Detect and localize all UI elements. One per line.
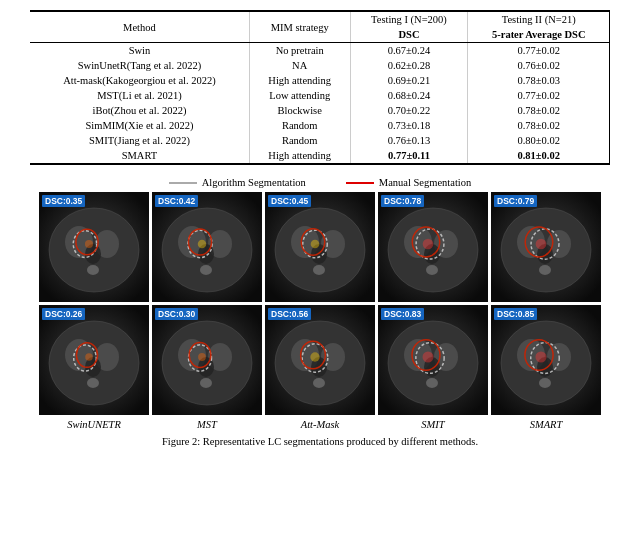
dsc-badge: DSC:0.30 <box>155 308 198 320</box>
table-row: SwinUnetR(Tang et al. 2022) <box>30 58 249 73</box>
svg-point-86 <box>539 378 551 388</box>
table-row: 0.76±0.13 <box>350 133 468 148</box>
table-row: 0.69±0.21 <box>350 73 468 88</box>
table-row: 0.77±0.02 <box>468 88 610 103</box>
table-row: 0.78±0.03 <box>468 73 610 88</box>
figure-caption: Figure 2: Representative LC segmentation… <box>20 436 620 447</box>
table-row: Random <box>249 133 350 148</box>
table-row: Att-mask(Kakogeorgiou et al. 2022) <box>30 73 249 88</box>
svg-point-26 <box>311 240 320 249</box>
ct-image-top-0: DSC:0.35 <box>39 192 149 302</box>
table-row: High attending <box>249 73 350 88</box>
dsc-badge: DSC:0.79 <box>494 195 537 207</box>
svg-point-23 <box>313 265 325 275</box>
dsc-badge: DSC:0.56 <box>268 308 311 320</box>
svg-point-32 <box>426 265 438 275</box>
ct-image-top-2: DSC:0.45 <box>265 192 375 302</box>
table-row: 0.76±0.02 <box>468 58 610 73</box>
col-method: Method <box>30 11 249 43</box>
ct-image-bottom-4: DSC:0.85 <box>491 305 601 415</box>
dsc-badge: DSC:0.85 <box>494 308 537 320</box>
dsc-badge: DSC:0.83 <box>381 308 424 320</box>
manual-legend-label: Manual Segmentation <box>379 177 471 188</box>
svg-point-71 <box>310 352 319 361</box>
col-dsc1: DSC <box>350 27 468 43</box>
table-row: No pretrain <box>249 43 350 59</box>
table-row: SimMIM(Xie et al. 2022) <box>30 118 249 133</box>
table-row: SMIT(Jiang et al. 2022) <box>30 133 249 148</box>
top-image-row: DSC:0.35 DSC:0.42 <box>20 192 620 302</box>
table-row: NA <box>249 58 350 73</box>
ct-image-top-1: DSC:0.42 <box>152 192 262 302</box>
svg-point-80 <box>423 352 434 363</box>
table-row: 0.77±0.02 <box>468 43 610 59</box>
ct-image-bottom-0: DSC:0.26 <box>39 305 149 415</box>
method-label-smart: SMART <box>491 419 601 430</box>
images-grid: DSC:0.35 DSC:0.42 <box>20 192 620 415</box>
ct-image-bottom-1: DSC:0.30 <box>152 305 262 415</box>
svg-point-44 <box>536 239 547 250</box>
table-row: Blockwise <box>249 103 350 118</box>
col-testing1: Testing I (N=200) <box>350 11 468 27</box>
table-row: Low attending <box>249 88 350 103</box>
table-row: 0.68±0.24 <box>350 88 468 103</box>
algo-legend-label: Algorithm Segmentation <box>202 177 306 188</box>
manual-legend: Manual Segmentation <box>346 177 471 188</box>
svg-point-41 <box>539 265 551 275</box>
dsc-badge: DSC:0.78 <box>381 195 424 207</box>
table-row: 0.78±0.02 <box>468 103 610 118</box>
bottom-image-row: DSC:0.26 DSC:0.30 <box>20 305 620 415</box>
table-row: 0.73±0.18 <box>350 118 468 133</box>
ct-image-bottom-2: DSC:0.56 <box>265 305 375 415</box>
svg-point-50 <box>87 378 99 388</box>
dsc-badge: DSC:0.45 <box>268 195 311 207</box>
svg-point-8 <box>85 240 93 248</box>
table-row: 0.78±0.02 <box>468 118 610 133</box>
svg-point-14 <box>200 265 212 275</box>
comparison-table: Method MIM strategy Testing I (N=200) Te… <box>30 10 610 165</box>
svg-point-77 <box>426 378 438 388</box>
algo-legend-line <box>169 182 197 184</box>
dsc-badge: DSC:0.26 <box>42 308 85 320</box>
table-row: iBot(Zhou et al. 2022) <box>30 103 249 118</box>
col-dsc2: 5-rater Average DSC <box>468 27 610 43</box>
method-label-smit: SMIT <box>378 419 488 430</box>
svg-point-62 <box>198 353 206 361</box>
manual-legend-line <box>346 182 374 184</box>
svg-point-35 <box>423 239 434 250</box>
col-mim: MIM strategy <box>249 11 350 43</box>
images-section: Algorithm Segmentation Manual Segmentati… <box>20 177 620 447</box>
table-row: 0.67±0.24 <box>350 43 468 59</box>
table-row: 0.77±0.11 <box>350 148 468 164</box>
svg-point-59 <box>200 378 212 388</box>
table-row: 0.62±0.28 <box>350 58 468 73</box>
dsc-badge: DSC:0.42 <box>155 195 198 207</box>
dsc-badge: DSC:0.35 <box>42 195 85 207</box>
svg-point-5 <box>87 265 99 275</box>
ct-image-bottom-3: DSC:0.83 <box>378 305 488 415</box>
svg-point-89 <box>535 351 546 362</box>
svg-point-68 <box>313 378 325 388</box>
col-testing2: Testing II (N=21) <box>468 11 610 27</box>
algo-legend: Algorithm Segmentation <box>169 177 306 188</box>
method-labels-row: SwinUNETRMSTAtt-MaskSMITSMART <box>20 419 620 430</box>
table-row: 0.70±0.22 <box>350 103 468 118</box>
table-row: Random <box>249 118 350 133</box>
svg-point-53 <box>85 353 93 361</box>
table-row: 0.80±0.02 <box>468 133 610 148</box>
table-row: 0.81±0.02 <box>468 148 610 164</box>
method-label-att-mask: Att-Mask <box>265 419 375 430</box>
svg-point-17 <box>198 240 207 249</box>
method-label-mst: MST <box>152 419 262 430</box>
legend-row: Algorithm Segmentation Manual Segmentati… <box>20 177 620 188</box>
table-row: MST(Li et al. 2021) <box>30 88 249 103</box>
method-label-swinunetr: SwinUNETR <box>39 419 149 430</box>
table-row: SMART <box>30 148 249 164</box>
ct-image-top-4: DSC:0.79 <box>491 192 601 302</box>
ct-image-top-3: DSC:0.78 <box>378 192 488 302</box>
table-row: Swin <box>30 43 249 59</box>
table-row: High attending <box>249 148 350 164</box>
